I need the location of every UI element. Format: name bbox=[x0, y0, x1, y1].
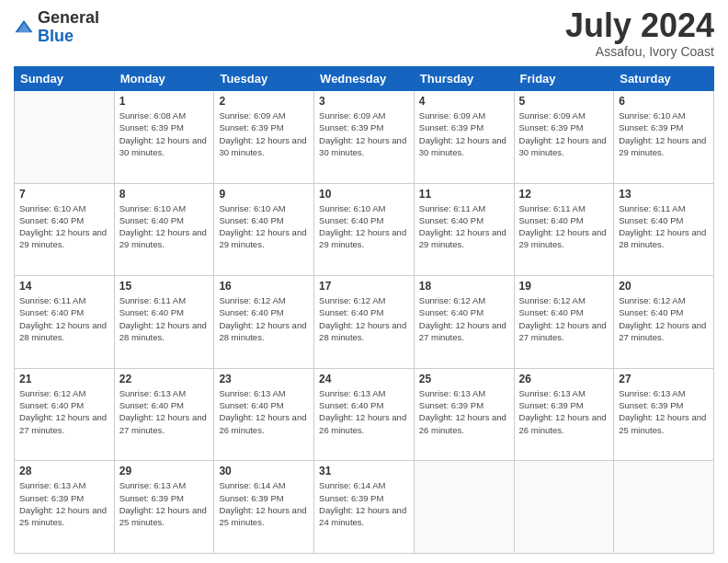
table-row: 29Sunrise: 6:13 AMSunset: 6:39 PMDayligh… bbox=[114, 461, 214, 554]
day-number: 20 bbox=[619, 280, 709, 293]
day-info: Sunrise: 6:14 AMSunset: 6:39 PMDaylight:… bbox=[219, 479, 309, 528]
table-row: 27Sunrise: 6:13 AMSunset: 6:39 PMDayligh… bbox=[614, 368, 714, 461]
day-info: Sunrise: 6:12 AMSunset: 6:40 PMDaylight:… bbox=[619, 294, 709, 343]
table-row: 12Sunrise: 6:11 AMSunset: 6:40 PMDayligh… bbox=[514, 183, 614, 276]
day-info: Sunrise: 6:14 AMSunset: 6:39 PMDaylight:… bbox=[319, 479, 409, 528]
day-info: Sunrise: 6:13 AMSunset: 6:40 PMDaylight:… bbox=[319, 387, 409, 436]
day-number: 11 bbox=[419, 188, 509, 201]
day-number: 9 bbox=[219, 188, 309, 201]
day-number: 30 bbox=[219, 465, 309, 477]
day-info: Sunrise: 6:11 AMSunset: 6:40 PMDaylight:… bbox=[19, 294, 109, 343]
day-info: Sunrise: 6:10 AMSunset: 6:40 PMDaylight:… bbox=[19, 202, 109, 251]
day-info: Sunrise: 6:11 AMSunset: 6:40 PMDaylight:… bbox=[519, 202, 609, 251]
table-row: 18Sunrise: 6:12 AMSunset: 6:40 PMDayligh… bbox=[414, 276, 514, 369]
day-number: 15 bbox=[119, 280, 210, 293]
day-number: 10 bbox=[319, 188, 409, 201]
day-info: Sunrise: 6:13 AMSunset: 6:40 PMDaylight:… bbox=[119, 387, 210, 436]
day-info: Sunrise: 6:11 AMSunset: 6:40 PMDaylight:… bbox=[119, 294, 210, 343]
day-info: Sunrise: 6:12 AMSunset: 6:40 PMDaylight:… bbox=[419, 294, 509, 343]
calendar-row-4: 28Sunrise: 6:13 AMSunset: 6:39 PMDayligh… bbox=[15, 461, 714, 554]
day-info: Sunrise: 6:13 AMSunset: 6:39 PMDaylight:… bbox=[419, 387, 509, 436]
day-number: 29 bbox=[119, 465, 210, 477]
logo-text: General Blue bbox=[38, 9, 99, 46]
table-row: 2Sunrise: 6:09 AMSunset: 6:39 PMDaylight… bbox=[214, 91, 314, 184]
day-number: 17 bbox=[319, 280, 409, 293]
table-row bbox=[15, 91, 115, 184]
day-number: 6 bbox=[619, 95, 709, 108]
location: Assafou, Ivory Coast bbox=[565, 44, 714, 59]
logo-blue: Blue bbox=[38, 27, 74, 45]
day-number: 4 bbox=[419, 95, 509, 108]
day-info: Sunrise: 6:13 AMSunset: 6:39 PMDaylight:… bbox=[519, 387, 609, 436]
table-row: 14Sunrise: 6:11 AMSunset: 6:40 PMDayligh… bbox=[15, 276, 115, 369]
table-row: 16Sunrise: 6:12 AMSunset: 6:40 PMDayligh… bbox=[214, 276, 314, 369]
calendar-row-2: 14Sunrise: 6:11 AMSunset: 6:40 PMDayligh… bbox=[15, 276, 714, 369]
header: General Blue July 2024 Assafou, Ivory Co… bbox=[14, 9, 714, 59]
day-info: Sunrise: 6:11 AMSunset: 6:40 PMDaylight:… bbox=[619, 202, 709, 251]
table-row: 7Sunrise: 6:10 AMSunset: 6:40 PMDaylight… bbox=[15, 183, 115, 276]
calendar-row-0: 1Sunrise: 6:08 AMSunset: 6:39 PMDaylight… bbox=[15, 91, 714, 184]
day-info: Sunrise: 6:12 AMSunset: 6:40 PMDaylight:… bbox=[519, 294, 609, 343]
table-row: 24Sunrise: 6:13 AMSunset: 6:40 PMDayligh… bbox=[314, 368, 415, 461]
day-info: Sunrise: 6:13 AMSunset: 6:39 PMDaylight:… bbox=[619, 387, 709, 436]
table-row bbox=[514, 461, 614, 554]
day-info: Sunrise: 6:13 AMSunset: 6:39 PMDaylight:… bbox=[119, 479, 210, 528]
day-number: 19 bbox=[519, 280, 609, 293]
table-row: 6Sunrise: 6:10 AMSunset: 6:39 PMDaylight… bbox=[614, 91, 714, 184]
table-row: 22Sunrise: 6:13 AMSunset: 6:40 PMDayligh… bbox=[114, 368, 214, 461]
month-year: July 2024 bbox=[565, 9, 714, 42]
table-row: 5Sunrise: 6:09 AMSunset: 6:39 PMDaylight… bbox=[514, 91, 614, 184]
day-info: Sunrise: 6:10 AMSunset: 6:39 PMDaylight:… bbox=[619, 109, 709, 158]
day-info: Sunrise: 6:08 AMSunset: 6:39 PMDaylight:… bbox=[119, 109, 210, 158]
day-info: Sunrise: 6:13 AMSunset: 6:40 PMDaylight:… bbox=[219, 387, 309, 436]
table-row: 3Sunrise: 6:09 AMSunset: 6:39 PMDaylight… bbox=[314, 91, 415, 184]
table-row: 15Sunrise: 6:11 AMSunset: 6:40 PMDayligh… bbox=[114, 276, 214, 369]
day-number: 18 bbox=[419, 280, 509, 293]
col-monday: Monday bbox=[114, 67, 214, 91]
table-row: 20Sunrise: 6:12 AMSunset: 6:40 PMDayligh… bbox=[614, 276, 714, 369]
col-sunday: Sunday bbox=[15, 67, 115, 91]
day-number: 26 bbox=[519, 373, 609, 385]
title-block: July 2024 Assafou, Ivory Coast bbox=[565, 9, 714, 59]
day-info: Sunrise: 6:09 AMSunset: 6:39 PMDaylight:… bbox=[419, 109, 509, 158]
table-row: 28Sunrise: 6:13 AMSunset: 6:39 PMDayligh… bbox=[15, 461, 115, 554]
calendar-row-1: 7Sunrise: 6:10 AMSunset: 6:40 PMDaylight… bbox=[15, 183, 714, 276]
table-row: 19Sunrise: 6:12 AMSunset: 6:40 PMDayligh… bbox=[514, 276, 614, 369]
day-info: Sunrise: 6:12 AMSunset: 6:40 PMDaylight:… bbox=[219, 294, 309, 343]
day-info: Sunrise: 6:12 AMSunset: 6:40 PMDaylight:… bbox=[19, 387, 109, 436]
col-wednesday: Wednesday bbox=[314, 67, 415, 91]
logo-general: General bbox=[38, 8, 99, 27]
day-number: 7 bbox=[19, 188, 109, 201]
day-number: 25 bbox=[419, 373, 509, 385]
table-row: 25Sunrise: 6:13 AMSunset: 6:39 PMDayligh… bbox=[414, 368, 514, 461]
table-row: 21Sunrise: 6:12 AMSunset: 6:40 PMDayligh… bbox=[15, 368, 115, 461]
day-info: Sunrise: 6:09 AMSunset: 6:39 PMDaylight:… bbox=[319, 109, 409, 158]
table-row: 8Sunrise: 6:10 AMSunset: 6:40 PMDaylight… bbox=[114, 183, 214, 276]
logo-icon bbox=[14, 17, 34, 38]
table-row bbox=[414, 461, 514, 554]
col-thursday: Thursday bbox=[414, 67, 514, 91]
day-number: 8 bbox=[119, 188, 210, 201]
table-row: 23Sunrise: 6:13 AMSunset: 6:40 PMDayligh… bbox=[214, 368, 314, 461]
day-number: 13 bbox=[619, 188, 709, 201]
day-info: Sunrise: 6:12 AMSunset: 6:40 PMDaylight:… bbox=[319, 294, 409, 343]
day-info: Sunrise: 6:10 AMSunset: 6:40 PMDaylight:… bbox=[219, 202, 309, 251]
day-number: 14 bbox=[19, 280, 109, 293]
table-row: 9Sunrise: 6:10 AMSunset: 6:40 PMDaylight… bbox=[214, 183, 314, 276]
table-row: 13Sunrise: 6:11 AMSunset: 6:40 PMDayligh… bbox=[614, 183, 714, 276]
logo: General Blue bbox=[14, 9, 99, 46]
table-row: 17Sunrise: 6:12 AMSunset: 6:40 PMDayligh… bbox=[314, 276, 415, 369]
col-saturday: Saturday bbox=[614, 67, 714, 91]
day-number: 16 bbox=[219, 280, 309, 293]
table-row bbox=[614, 461, 714, 554]
table-row: 4Sunrise: 6:09 AMSunset: 6:39 PMDaylight… bbox=[414, 91, 514, 184]
day-number: 24 bbox=[319, 373, 409, 385]
col-friday: Friday bbox=[514, 67, 614, 91]
day-number: 27 bbox=[619, 373, 709, 385]
day-info: Sunrise: 6:10 AMSunset: 6:40 PMDaylight:… bbox=[119, 202, 210, 251]
day-number: 2 bbox=[219, 95, 309, 108]
day-info: Sunrise: 6:09 AMSunset: 6:39 PMDaylight:… bbox=[219, 109, 309, 158]
day-number: 23 bbox=[219, 373, 309, 385]
table-row: 30Sunrise: 6:14 AMSunset: 6:39 PMDayligh… bbox=[214, 461, 314, 554]
day-number: 3 bbox=[319, 95, 409, 108]
